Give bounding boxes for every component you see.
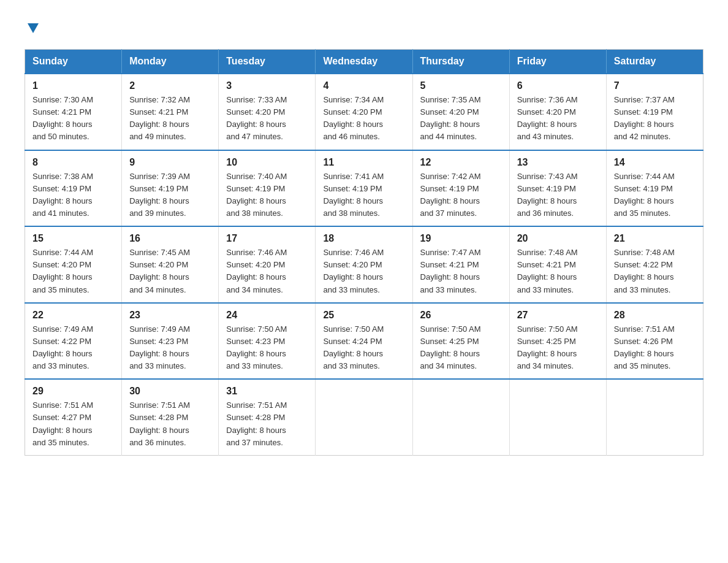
calendar-cell: 3Sunrise: 7:33 AMSunset: 4:20 PMDaylight… bbox=[219, 74, 316, 150]
calendar-cell: 26Sunrise: 7:50 AMSunset: 4:25 PMDayligh… bbox=[412, 303, 509, 380]
day-info: Sunrise: 7:33 AMSunset: 4:20 PMDaylight:… bbox=[226, 94, 308, 144]
day-header-friday: Friday bbox=[509, 50, 606, 74]
day-info: Sunrise: 7:50 AMSunset: 4:23 PMDaylight:… bbox=[226, 323, 308, 373]
day-info: Sunrise: 7:37 AMSunset: 4:19 PMDaylight:… bbox=[614, 94, 696, 144]
calendar-cell bbox=[509, 379, 606, 455]
calendar-cell: 31Sunrise: 7:51 AMSunset: 4:28 PMDayligh… bbox=[219, 379, 316, 455]
day-header-wednesday: Wednesday bbox=[316, 50, 412, 74]
calendar-cell: 11Sunrise: 7:41 AMSunset: 4:19 PMDayligh… bbox=[316, 150, 412, 227]
calendar-body: 1Sunrise: 7:30 AMSunset: 4:21 PMDaylight… bbox=[25, 74, 703, 455]
calendar-cell: 10Sunrise: 7:40 AMSunset: 4:19 PMDayligh… bbox=[219, 150, 316, 227]
day-number: 20 bbox=[517, 233, 599, 244]
week-row-5: 29Sunrise: 7:51 AMSunset: 4:27 PMDayligh… bbox=[25, 379, 703, 455]
day-info: Sunrise: 7:38 AMSunset: 4:19 PMDaylight:… bbox=[32, 170, 114, 220]
day-number: 9 bbox=[129, 157, 211, 168]
calendar-cell: 24Sunrise: 7:50 AMSunset: 4:23 PMDayligh… bbox=[219, 303, 316, 380]
calendar-cell bbox=[412, 379, 509, 455]
day-header-monday: Monday bbox=[122, 50, 219, 74]
day-info: Sunrise: 7:44 AMSunset: 4:19 PMDaylight:… bbox=[614, 170, 696, 220]
day-number: 3 bbox=[226, 80, 308, 91]
calendar-cell bbox=[316, 379, 412, 455]
day-info: Sunrise: 7:35 AMSunset: 4:20 PMDaylight:… bbox=[420, 94, 502, 144]
day-number: 11 bbox=[323, 157, 404, 168]
calendar-cell: 1Sunrise: 7:30 AMSunset: 4:21 PMDaylight… bbox=[25, 74, 122, 150]
week-row-4: 22Sunrise: 7:49 AMSunset: 4:22 PMDayligh… bbox=[25, 303, 703, 380]
calendar-cell bbox=[606, 379, 703, 455]
day-number: 22 bbox=[32, 310, 114, 321]
day-info: Sunrise: 7:50 AMSunset: 4:25 PMDaylight:… bbox=[420, 323, 502, 373]
day-number: 5 bbox=[420, 80, 502, 91]
day-info: Sunrise: 7:47 AMSunset: 4:21 PMDaylight:… bbox=[420, 247, 502, 296]
week-row-2: 8Sunrise: 7:38 AMSunset: 4:19 PMDaylight… bbox=[25, 150, 703, 227]
day-info: Sunrise: 7:48 AMSunset: 4:21 PMDaylight:… bbox=[517, 247, 599, 296]
day-number: 12 bbox=[420, 157, 502, 168]
day-info: Sunrise: 7:51 AMSunset: 4:27 PMDaylight:… bbox=[32, 399, 114, 449]
calendar-cell: 20Sunrise: 7:48 AMSunset: 4:21 PMDayligh… bbox=[509, 226, 606, 303]
day-info: Sunrise: 7:30 AMSunset: 4:21 PMDaylight:… bbox=[32, 94, 114, 144]
day-number: 27 bbox=[517, 310, 599, 321]
logo bbox=[25, 18, 40, 37]
day-number: 1 bbox=[32, 80, 114, 91]
day-number: 23 bbox=[129, 310, 211, 321]
calendar-header: SundayMondayTuesdayWednesdayThursdayFrid… bbox=[25, 50, 703, 74]
calendar-cell: 19Sunrise: 7:47 AMSunset: 4:21 PMDayligh… bbox=[412, 226, 509, 303]
day-number: 13 bbox=[517, 157, 599, 168]
calendar-cell: 23Sunrise: 7:49 AMSunset: 4:23 PMDayligh… bbox=[122, 303, 219, 380]
calendar-cell: 14Sunrise: 7:44 AMSunset: 4:19 PMDayligh… bbox=[606, 150, 703, 227]
day-number: 14 bbox=[614, 157, 696, 168]
day-number: 7 bbox=[614, 80, 696, 91]
day-info: Sunrise: 7:43 AMSunset: 4:19 PMDaylight:… bbox=[517, 170, 599, 220]
calendar-cell: 29Sunrise: 7:51 AMSunset: 4:27 PMDayligh… bbox=[25, 379, 122, 455]
calendar-cell: 17Sunrise: 7:46 AMSunset: 4:20 PMDayligh… bbox=[219, 226, 316, 303]
calendar-cell: 15Sunrise: 7:44 AMSunset: 4:20 PMDayligh… bbox=[25, 226, 122, 303]
day-number: 15 bbox=[32, 233, 114, 244]
day-number: 18 bbox=[323, 233, 404, 244]
day-number: 8 bbox=[32, 157, 114, 168]
week-row-1: 1Sunrise: 7:30 AMSunset: 4:21 PMDaylight… bbox=[25, 74, 703, 150]
week-row-3: 15Sunrise: 7:44 AMSunset: 4:20 PMDayligh… bbox=[25, 226, 703, 303]
day-header-sunday: Sunday bbox=[25, 50, 122, 74]
day-info: Sunrise: 7:51 AMSunset: 4:28 PMDaylight:… bbox=[226, 399, 308, 449]
day-info: Sunrise: 7:39 AMSunset: 4:19 PMDaylight:… bbox=[129, 170, 211, 220]
day-number: 2 bbox=[129, 80, 211, 91]
calendar-cell: 22Sunrise: 7:49 AMSunset: 4:22 PMDayligh… bbox=[25, 303, 122, 380]
calendar-cell: 25Sunrise: 7:50 AMSunset: 4:24 PMDayligh… bbox=[316, 303, 412, 380]
calendar-cell: 7Sunrise: 7:37 AMSunset: 4:19 PMDaylight… bbox=[606, 74, 703, 150]
day-info: Sunrise: 7:42 AMSunset: 4:19 PMDaylight:… bbox=[420, 170, 502, 220]
logo-arrow-icon bbox=[26, 21, 40, 37]
day-number: 17 bbox=[226, 233, 308, 244]
calendar-cell: 16Sunrise: 7:45 AMSunset: 4:20 PMDayligh… bbox=[122, 226, 219, 303]
day-number: 21 bbox=[614, 233, 696, 244]
day-number: 28 bbox=[614, 310, 696, 321]
calendar-cell: 28Sunrise: 7:51 AMSunset: 4:26 PMDayligh… bbox=[606, 303, 703, 380]
calendar-cell: 8Sunrise: 7:38 AMSunset: 4:19 PMDaylight… bbox=[25, 150, 122, 227]
day-number: 26 bbox=[420, 310, 502, 321]
day-number: 4 bbox=[323, 80, 404, 91]
page-header bbox=[25, 18, 703, 37]
day-info: Sunrise: 7:51 AMSunset: 4:28 PMDaylight:… bbox=[129, 399, 211, 449]
day-info: Sunrise: 7:34 AMSunset: 4:20 PMDaylight:… bbox=[323, 94, 404, 144]
day-info: Sunrise: 7:40 AMSunset: 4:19 PMDaylight:… bbox=[226, 170, 308, 220]
day-info: Sunrise: 7:41 AMSunset: 4:19 PMDaylight:… bbox=[323, 170, 404, 220]
calendar-cell: 5Sunrise: 7:35 AMSunset: 4:20 PMDaylight… bbox=[412, 74, 509, 150]
day-header-row: SundayMondayTuesdayWednesdayThursdayFrid… bbox=[25, 50, 703, 74]
day-info: Sunrise: 7:32 AMSunset: 4:21 PMDaylight:… bbox=[129, 94, 211, 144]
day-number: 30 bbox=[129, 386, 211, 397]
day-number: 16 bbox=[129, 233, 211, 244]
day-header-saturday: Saturday bbox=[606, 50, 703, 74]
day-info: Sunrise: 7:46 AMSunset: 4:20 PMDaylight:… bbox=[226, 247, 308, 296]
day-info: Sunrise: 7:50 AMSunset: 4:25 PMDaylight:… bbox=[517, 323, 599, 373]
day-info: Sunrise: 7:44 AMSunset: 4:20 PMDaylight:… bbox=[32, 247, 114, 296]
day-number: 19 bbox=[420, 233, 502, 244]
calendar-cell: 21Sunrise: 7:48 AMSunset: 4:22 PMDayligh… bbox=[606, 226, 703, 303]
day-number: 31 bbox=[226, 386, 308, 397]
day-number: 24 bbox=[226, 310, 308, 321]
day-info: Sunrise: 7:36 AMSunset: 4:20 PMDaylight:… bbox=[517, 94, 599, 144]
calendar-cell: 6Sunrise: 7:36 AMSunset: 4:20 PMDaylight… bbox=[509, 74, 606, 150]
day-number: 6 bbox=[517, 80, 599, 91]
day-info: Sunrise: 7:46 AMSunset: 4:20 PMDaylight:… bbox=[323, 247, 404, 296]
day-info: Sunrise: 7:49 AMSunset: 4:23 PMDaylight:… bbox=[129, 323, 211, 373]
svg-marker-0 bbox=[28, 23, 39, 33]
calendar-cell: 12Sunrise: 7:42 AMSunset: 4:19 PMDayligh… bbox=[412, 150, 509, 227]
calendar-table: SundayMondayTuesdayWednesdayThursdayFrid… bbox=[25, 49, 703, 456]
